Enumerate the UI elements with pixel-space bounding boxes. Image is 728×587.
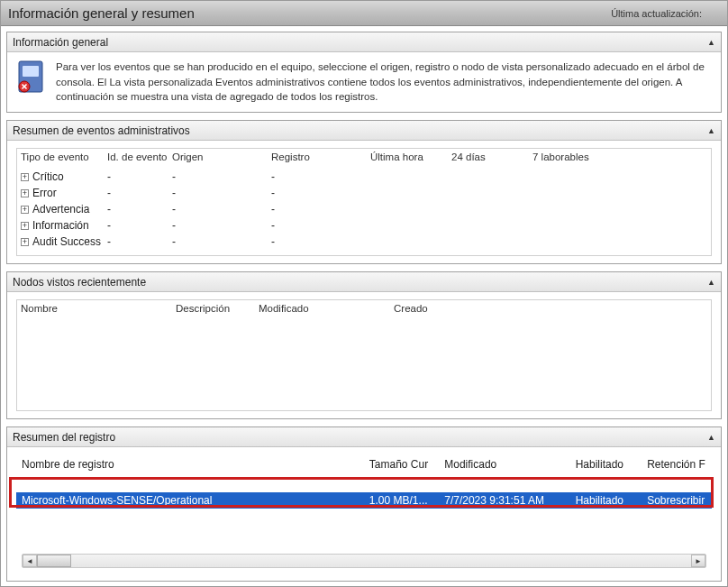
page-title: Información general y resumen [8,5,611,21]
expand-icon[interactable]: + [21,189,29,197]
panel-admin-events: Resumen de eventos administrativos ▲ Tip… [6,120,722,264]
info-description: Para ver los eventos que se han producid… [56,60,712,105]
col-last-hour[interactable]: Última hora [370,151,451,162]
event-viewer-icon [16,60,47,96]
panel-recent-nodes-header[interactable]: Nodos vistos recientemente ▲ [7,272,721,292]
table-row[interactable]: +Crítico - - - [17,169,711,185]
panel-info: Información general ▲ Para ver los event… [6,32,722,113]
chevron-up-icon: ▲ [707,433,715,442]
cell-retention: Sobrescribir [647,494,708,507]
panel-log-summary: Resumen del registro ▲ Nombre de registr… [6,426,722,582]
table-row[interactable]: +Información - - - [17,217,711,234]
scroll-right-button[interactable]: ► [691,555,705,567]
admin-events-header-row: Tipo de evento Id. de evento Origen Regi… [17,149,711,165]
col-created[interactable]: Creado [394,303,529,314]
table-row[interactable]: +Audit Success - - - [17,234,711,250]
panel-admin-events-header[interactable]: Resumen de eventos administrativos ▲ [7,121,721,141]
scroll-thumb[interactable] [37,555,71,567]
panel-info-title: Información general [13,36,707,49]
cell-modified: 7/7/2023 9:31:51 AM [444,494,575,507]
cell-cur-size: 1.00 MB/1... [369,494,444,507]
expand-icon[interactable]: + [21,173,29,181]
expand-icon[interactable]: + [21,206,29,214]
col-name[interactable]: Nombre [21,303,176,314]
chevron-up-icon: ▲ [707,126,715,135]
panel-info-header[interactable]: Información general ▲ [7,32,721,52]
expand-icon[interactable]: + [21,238,29,246]
col-modified[interactable]: Modificado [444,458,575,471]
last-update-label: Última actualización: [611,8,720,19]
col-event-type[interactable]: Tipo de evento [21,151,107,162]
admin-events-grid: Tipo de evento Id. de evento Origen Regi… [16,148,712,256]
chevron-up-icon: ▲ [707,38,715,47]
cell-enabled: Habilitado [576,494,648,507]
panel-recent-nodes-title: Nodos vistos recientemente [13,276,707,289]
chevron-up-icon: ▲ [707,278,715,287]
log-summary-grid: Nombre de registro Tamaño Cur Modificado… [16,454,712,550]
recent-nodes-header-row: Nombre Descripción Modificado Creado [17,300,711,316]
cell-log-name: Microsoft-Windows-SENSE/Operational [20,494,369,507]
col-cur-size[interactable]: Tamaño Cur [369,458,444,471]
table-row[interactable]: +Advertencia - - - [17,201,711,217]
col-log-name[interactable]: Nombre de registro [20,458,369,471]
horizontal-scrollbar[interactable]: ◄ ► [22,554,706,568]
panel-log-summary-title: Resumen del registro [13,431,707,444]
col-log[interactable]: Registro [271,151,370,162]
col-description[interactable]: Descripción [176,303,259,314]
panel-recent-nodes: Nodos vistos recientemente ▲ Nombre Desc… [6,271,722,419]
table-row[interactable]: +Error - - - [17,185,711,201]
panel-admin-events-title: Resumen de eventos administrativos [13,124,707,137]
col-retention[interactable]: Retención F [647,458,708,471]
col-source[interactable]: Origen [172,151,271,162]
recent-nodes-grid: Nombre Descripción Modificado Creado [16,299,712,411]
col-7-work[interactable]: 7 laborables [532,151,614,162]
col-enabled[interactable]: Habilitado [576,458,648,471]
panel-log-summary-header[interactable]: Resumen del registro ▲ [7,427,721,447]
col-event-id[interactable]: Id. de evento [107,151,172,162]
expand-icon[interactable]: + [21,222,29,230]
col-modified[interactable]: Modificado [259,303,394,314]
log-row-selected[interactable]: Microsoft-Windows-SENSE/Operational 1.00… [16,492,712,509]
titlebar: Información general y resumen Última act… [1,1,727,26]
svg-rect-1 [23,66,39,77]
log-summary-header-row: Nombre de registro Tamaño Cur Modificado… [16,454,712,474]
scroll-left-button[interactable]: ◄ [23,555,37,567]
col-24-days[interactable]: 24 días [451,151,532,162]
